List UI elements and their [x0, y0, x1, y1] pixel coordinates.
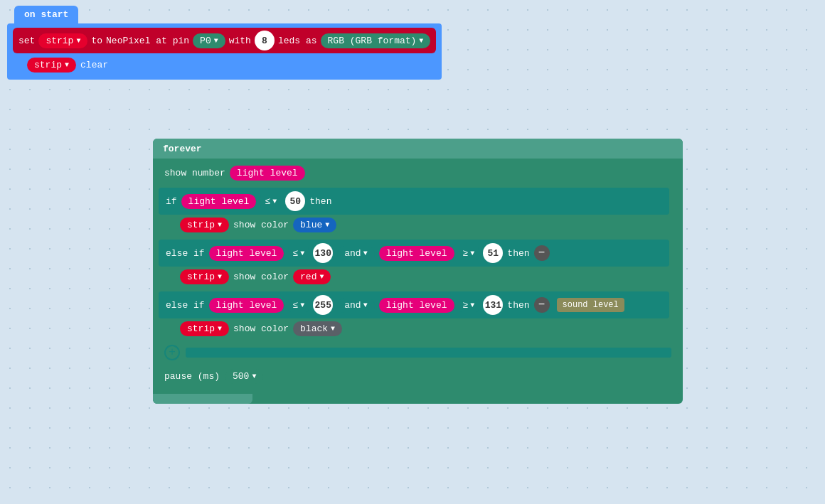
- leds-num[interactable]: 8: [255, 31, 275, 50]
- ll-label-3a: light level: [216, 300, 277, 311]
- blue-dropdown[interactable]: ▼: [325, 221, 329, 229]
- blue-pill[interactable]: blue ▼: [293, 218, 336, 232]
- format-dropdown[interactable]: ▼: [419, 37, 423, 45]
- op-dropdown-3a[interactable]: ▼: [300, 301, 304, 309]
- black-label: black: [300, 323, 328, 334]
- strip-dropdown-1[interactable]: ▼: [76, 37, 80, 45]
- sound-level-tooltip: sound level: [557, 298, 624, 312]
- strip-pill-2[interactable]: strip ▼: [27, 58, 76, 73]
- and-label-1: and: [344, 248, 361, 259]
- blue-label: blue: [300, 220, 322, 230]
- op-pill-2b[interactable]: ≥ ▼: [459, 247, 479, 260]
- cond3a-value[interactable]: 255: [313, 295, 333, 315]
- on-start-label: on start: [24, 9, 68, 20]
- op-pill-3b[interactable]: ≥ ▼: [459, 299, 479, 312]
- strip-dropdown-2[interactable]: ▼: [65, 61, 69, 69]
- pin-dropdown[interactable]: ▼: [214, 37, 218, 45]
- color-row-1: strip ▼ show color blue ▼: [159, 215, 677, 235]
- cond2a-value[interactable]: 130: [313, 243, 333, 263]
- cond1-value[interactable]: 50: [285, 191, 305, 211]
- with-label: with: [229, 36, 251, 46]
- on-start-body: set strip ▼ to NeoPixel at pin P0 ▼ with…: [7, 23, 442, 80]
- pin-pill[interactable]: P0 ▼: [193, 33, 225, 48]
- else-if-label-1: else if: [166, 248, 205, 259]
- op-dropdown-2b[interactable]: ▼: [470, 250, 474, 257]
- strip-c1-dropdown[interactable]: ▼: [218, 221, 222, 229]
- forever-container: forever show number light level if light…: [153, 139, 683, 404]
- strip-c3-label: strip: [187, 323, 215, 334]
- light-level-pill-2b[interactable]: light level: [379, 246, 454, 261]
- cond3b-value[interactable]: 131: [483, 295, 503, 315]
- light-level-pill-2a[interactable]: light level: [209, 246, 284, 261]
- black-dropdown[interactable]: ▼: [331, 325, 335, 333]
- forever-body: show number light level if light level ≤…: [153, 159, 683, 394]
- pin-label: P0: [200, 36, 211, 46]
- and-dropdown-2[interactable]: ▼: [363, 301, 368, 309]
- strip-label-1: strip: [46, 36, 73, 46]
- ll-label-1: light level: [188, 196, 250, 207]
- else-if-row-2: else if light level ≤ ▼ 255 and ▼ light …: [159, 291, 677, 339]
- op-pill-3a[interactable]: ≤ ▼: [288, 299, 309, 312]
- op-label-2b: ≥: [463, 248, 469, 259]
- else-if-row-1: else if light level ≤ ▼ 130 and ▼ light …: [159, 240, 677, 287]
- show-color-label-3: show color: [233, 323, 289, 334]
- strip-c3-dropdown[interactable]: ▼: [218, 325, 222, 333]
- light-level-pill-3a[interactable]: light level: [209, 298, 284, 313]
- black-pill[interactable]: black ▼: [293, 321, 342, 336]
- strip-pill-c1[interactable]: strip ▼: [180, 218, 229, 232]
- strip-clear-row: strip ▼ clear: [13, 58, 436, 73]
- format-label: RGB (GRB format): [328, 36, 417, 46]
- light-level-top-label: light level: [237, 168, 298, 178]
- strip-label-2: strip: [34, 60, 62, 70]
- show-number-row: show number light level: [159, 163, 677, 183]
- op-pill-2a[interactable]: ≤ ▼: [288, 247, 309, 260]
- add-else-btn[interactable]: +: [164, 345, 180, 360]
- leds-label: leds as: [278, 36, 317, 46]
- op-dropdown-2a[interactable]: ▼: [300, 250, 304, 257]
- op-label-1: ≤: [265, 196, 270, 207]
- strip-c2-dropdown[interactable]: ▼: [218, 273, 222, 281]
- and-pill-1[interactable]: and ▼: [337, 246, 374, 261]
- ll-label-3b: light level: [386, 300, 447, 311]
- op-pill-1[interactable]: ≤ ▼: [260, 195, 281, 208]
- show-number-label: show number: [164, 168, 225, 178]
- clear-label: clear: [80, 60, 108, 70]
- strip-pill-c3[interactable]: strip ▼: [180, 321, 229, 336]
- red-dropdown[interactable]: ▼: [319, 273, 324, 281]
- strip-pill-1[interactable]: strip ▼: [38, 33, 87, 48]
- red-label: red: [300, 272, 316, 282]
- pause-label: pause (ms): [164, 371, 220, 382]
- on-start-block: on start set strip ▼ to NeoPixel at pin …: [7, 6, 442, 80]
- strip-c2-label: strip: [187, 272, 215, 282]
- op-dropdown-3b[interactable]: ▼: [470, 301, 474, 309]
- forever-block: forever show number light level if light…: [153, 139, 683, 404]
- light-level-pill-1[interactable]: light level: [181, 194, 257, 209]
- cond2b-value[interactable]: 51: [483, 243, 503, 263]
- op-label-3b: ≥: [463, 300, 469, 311]
- pause-dropdown[interactable]: ▼: [252, 372, 256, 380]
- light-level-pill-3b[interactable]: light level: [379, 298, 454, 313]
- and-label-2: and: [344, 300, 361, 311]
- and-pill-2[interactable]: and ▼: [337, 298, 374, 313]
- op-dropdown-1[interactable]: ▼: [272, 198, 277, 205]
- then-label-2: then: [507, 248, 529, 259]
- condition-row-3: else if light level ≤ ▼ 255 and ▼ light …: [159, 291, 669, 318]
- to-label: to: [91, 36, 102, 46]
- minus-btn-2[interactable]: −: [534, 297, 550, 313]
- pause-value: 500: [233, 371, 249, 382]
- pause-value-pill[interactable]: 500 ▼: [225, 369, 263, 384]
- forever-footer: [153, 394, 252, 404]
- format-pill[interactable]: RGB (GRB format) ▼: [321, 33, 431, 48]
- on-start-header: on start: [14, 6, 78, 23]
- red-pill[interactable]: red ▼: [293, 269, 331, 284]
- show-color-label-1: show color: [233, 220, 289, 230]
- condition-row-1: if light level ≤ ▼ 50 then: [159, 188, 669, 215]
- minus-btn-1[interactable]: −: [534, 245, 550, 261]
- light-level-pill-top[interactable]: light level: [230, 166, 305, 181]
- show-color-label-2: show color: [233, 272, 289, 282]
- strip-pill-c2[interactable]: strip ▼: [180, 269, 229, 284]
- pause-row: pause (ms) 500 ▼: [159, 366, 677, 387]
- set-label: set: [18, 36, 35, 46]
- color-row-2: strip ▼ show color red ▼: [159, 267, 677, 287]
- and-dropdown-1[interactable]: ▼: [363, 250, 368, 257]
